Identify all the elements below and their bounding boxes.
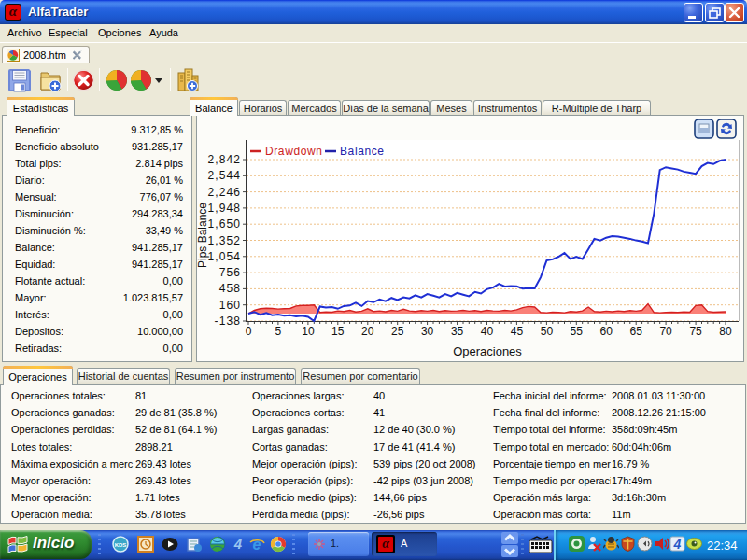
svg-text:KDS: KDS: [115, 542, 127, 548]
svg-text:10: 10: [302, 325, 315, 338]
svg-text:45: 45: [511, 325, 524, 338]
svg-text:1,352: 1,352: [207, 234, 241, 247]
svg-text:20: 20: [361, 325, 374, 338]
svg-text:1,054: 1,054: [207, 250, 241, 263]
svg-text:4: 4: [673, 537, 682, 552]
svg-text:-138: -138: [215, 315, 241, 328]
svg-text:Drawdown: Drawdown: [265, 145, 323, 158]
svg-text:40: 40: [481, 325, 494, 338]
svg-text:2,246: 2,246: [207, 186, 241, 199]
svg-text:2,544: 2,544: [207, 169, 241, 182]
svg-text:5: 5: [275, 325, 282, 338]
svg-text:35: 35: [451, 325, 464, 338]
svg-text:55: 55: [571, 325, 584, 338]
svg-text:Balance: Balance: [340, 145, 385, 158]
svg-text:Pips Balance: Pips Balance: [197, 203, 209, 268]
svg-text:2,842: 2,842: [207, 153, 241, 166]
svg-text:65: 65: [630, 325, 643, 338]
svg-text:70: 70: [659, 325, 672, 338]
svg-text:4: 4: [233, 536, 243, 552]
svg-text:1,650: 1,650: [207, 217, 241, 231]
svg-text:80: 80: [719, 325, 732, 338]
svg-text:25: 25: [391, 325, 404, 338]
svg-text:30: 30: [421, 325, 434, 338]
svg-text:756: 756: [219, 266, 241, 279]
svg-text:60: 60: [600, 325, 613, 338]
svg-text:160: 160: [219, 299, 241, 312]
svg-text:75: 75: [689, 325, 702, 338]
svg-text:Operaciones: Operaciones: [453, 344, 522, 358]
svg-text:15: 15: [331, 325, 345, 338]
svg-text:458: 458: [219, 282, 241, 295]
svg-text:e: e: [253, 537, 261, 553]
svg-text:0: 0: [246, 325, 252, 338]
svg-text:1,948: 1,948: [207, 202, 241, 215]
svg-text:50: 50: [541, 325, 554, 338]
